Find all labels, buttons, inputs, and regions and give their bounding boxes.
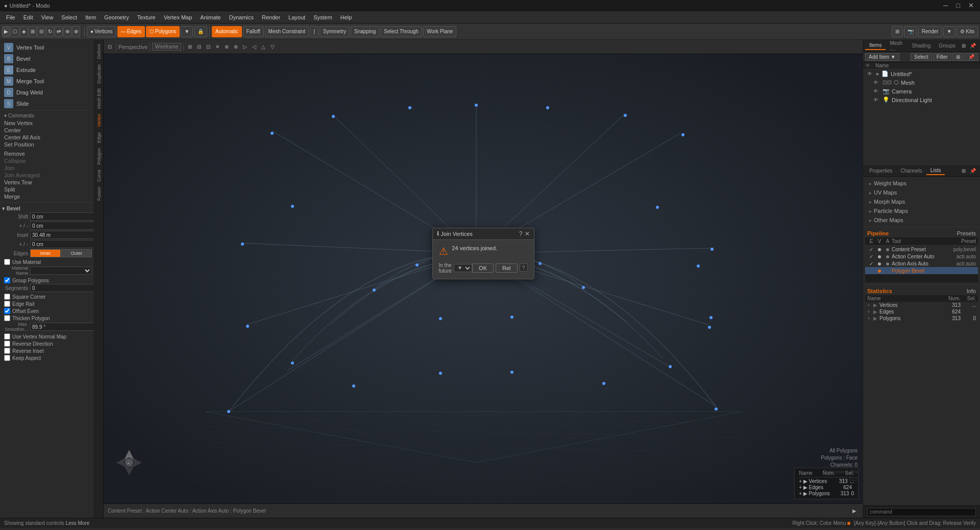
- rtop-pin-btn[interactable]: 📌: [968, 42, 978, 50]
- vp-nav-9[interactable]: △: [259, 43, 267, 51]
- reverse-direction-checkbox[interactable]: [4, 341, 10, 347]
- menu-layout[interactable]: Layout: [284, 13, 309, 21]
- toolbar-icon-2[interactable]: ⬡: [11, 26, 19, 37]
- menu-texture[interactable]: Texture: [133, 13, 160, 21]
- rtop-expand-btn[interactable]: ⊞: [960, 42, 968, 50]
- cmd-split[interactable]: Split: [2, 186, 92, 193]
- command-input[interactable]: [867, 508, 976, 516]
- titlebar-controls[interactable]: ─ □ ✕: [941, 2, 976, 9]
- rtab-lists[interactable]: Lists: [926, 166, 945, 175]
- vert-tab-deform[interactable]: Deform: [95, 42, 103, 61]
- menu-geometry[interactable]: Geometry: [100, 13, 133, 21]
- rmid-pin-btn[interactable]: 📌: [968, 167, 978, 175]
- menu-file[interactable]: File: [2, 13, 19, 21]
- scene-pin-btn[interactable]: 📌: [965, 53, 978, 61]
- rtab-groups[interactable]: Groups: [935, 42, 960, 50]
- menu-vertex-map[interactable]: Vertex Map: [160, 13, 197, 21]
- scene-item-untitled[interactable]: 👁 ▸ 📄 Untitled*: [863, 69, 980, 78]
- vert-tab-vertex[interactable]: Vertex: [95, 112, 103, 129]
- status-less-link[interactable]: Less: [66, 520, 77, 526]
- cmd-merge[interactable]: Merge: [2, 193, 92, 200]
- tool-bevel[interactable]: B Bevel: [2, 53, 92, 64]
- rtab-channels[interactable]: Channels: [897, 167, 926, 175]
- modal-undo-btn[interactable]: Rel: [496, 263, 518, 273]
- stats-row-edges[interactable]: + ▶ Edges 624: [865, 308, 978, 315]
- reverse-inset-checkbox[interactable]: [4, 348, 10, 354]
- scene-expand-btn[interactable]: ⊞: [952, 53, 964, 61]
- maximize-btn[interactable]: □: [954, 2, 962, 9]
- cmd-remove[interactable]: Remove: [2, 150, 92, 157]
- modal-future-select[interactable]: ▼: [454, 264, 472, 272]
- max-smoothing-input[interactable]: [30, 323, 94, 331]
- snapping-btn[interactable]: Snapping: [351, 26, 379, 37]
- segments-input[interactable]: [30, 284, 94, 292]
- map-particle[interactable]: ▸ Particle Maps: [865, 206, 978, 215]
- minimize-btn[interactable]: ─: [941, 2, 950, 9]
- tool-merge[interactable]: M Merge Tool: [2, 76, 92, 87]
- vp-nav-5[interactable]: ⊗: [223, 43, 231, 51]
- menu-help[interactable]: Help: [336, 13, 356, 21]
- toolbar-icon-7[interactable]: ⇄: [55, 26, 63, 37]
- toolbar-icon-4[interactable]: ⊞: [29, 26, 37, 37]
- rtab-mesh[interactable]: Mesh ....: [886, 39, 908, 53]
- rtab-properties[interactable]: Properties: [865, 167, 897, 175]
- rtab-shading[interactable]: Shading: [908, 42, 935, 50]
- add-item-btn[interactable]: Add Item ▼: [865, 53, 899, 61]
- vp-nav-4[interactable]: ✕: [213, 43, 222, 51]
- stats-row-vertices[interactable]: + ▶ Vertices 313 ...: [865, 302, 978, 308]
- toolbar-icon-9[interactable]: ⊗: [72, 26, 80, 37]
- mode-lock-btn[interactable]: 🔒: [194, 26, 207, 37]
- use-vertex-normal-checkbox[interactable]: [4, 333, 10, 340]
- vp-nav-10[interactable]: ▽: [268, 43, 277, 51]
- pipeline-row-4[interactable]: Polygon Bevel: [865, 267, 978, 274]
- mode-edges-btn[interactable]: — Edges: [117, 26, 145, 37]
- vp-bottom-expand-btn[interactable]: ▶: [850, 507, 859, 515]
- modal-help-btn[interactable]: ?: [519, 230, 523, 237]
- edge-rail-checkbox[interactable]: [4, 301, 10, 307]
- rtab-items[interactable]: Items: [865, 41, 886, 50]
- shift-pm-input[interactable]: [30, 222, 94, 230]
- rmid-expand-btn[interactable]: ⊞: [960, 167, 968, 175]
- scene-item-mesh[interactable]: 👁 ⊡⊡ ⬡ Mesh: [869, 78, 980, 87]
- thicken-polygon-checkbox[interactable]: [4, 315, 10, 321]
- menu-view[interactable]: View: [37, 13, 58, 21]
- tool-vertex-tool[interactable]: V Vertex Tool: [2, 42, 92, 53]
- vert-tab-edge[interactable]: Edge: [95, 130, 103, 145]
- edges-outer-btn[interactable]: Outer: [61, 249, 92, 257]
- scene-filter-btn[interactable]: Filter: [933, 53, 951, 61]
- mode-extra-btn[interactable]: ▼: [181, 26, 193, 37]
- view-icons-btn[interactable]: ⊞: [892, 26, 903, 37]
- offset-even-checkbox[interactable]: [4, 308, 10, 314]
- vert-tab-duplicate[interactable]: Duplicate: [95, 62, 103, 86]
- sep-btn[interactable]: |: [310, 26, 318, 37]
- vp-nav-2[interactable]: ⊟: [195, 43, 203, 51]
- status-more-link[interactable]: More: [78, 520, 90, 526]
- pipeline-row-2[interactable]: ✓ Action Center Auto actr.auto: [865, 253, 978, 260]
- map-morph[interactable]: ▸ Morph Maps: [865, 197, 978, 206]
- toolbar-icon-5[interactable]: ⊟: [37, 26, 45, 37]
- vert-tab-polygon[interactable]: Polygon: [95, 146, 103, 167]
- vp-nav-3[interactable]: ⊡: [204, 43, 212, 51]
- toolbar-icon-8[interactable]: ⊕: [63, 26, 71, 37]
- menu-render[interactable]: Render: [258, 13, 284, 21]
- menu-item[interactable]: Item: [81, 13, 100, 21]
- vert-tab-fusion[interactable]: Fusion: [95, 185, 103, 203]
- pipeline-row-3[interactable]: ✓ Action Axis Auto actr.auto: [865, 260, 978, 267]
- scene-item-light[interactable]: 👁 💡 Directional Light: [869, 95, 980, 104]
- vp-expand-btn[interactable]: ⊡: [106, 43, 114, 51]
- cmd-new-vertex[interactable]: New Vertex: [2, 119, 92, 127]
- stats-row-polygons[interactable]: + ▶ Polygons 313 0: [865, 315, 978, 322]
- kits-btn[interactable]: ⚙ Kits: [957, 26, 978, 37]
- cmd-vertex-tear[interactable]: Vertex Tear: [2, 179, 92, 186]
- cam-icon-btn[interactable]: 📷: [904, 26, 917, 37]
- cmd-center[interactable]: Center: [2, 127, 92, 134]
- vp-nav-1[interactable]: ⊞: [186, 43, 194, 51]
- menu-system[interactable]: System: [309, 13, 336, 21]
- shift-input[interactable]: [30, 212, 94, 221]
- work-plane-btn[interactable]: Work Plane: [423, 26, 457, 37]
- keep-aspect-checkbox[interactable]: [4, 355, 10, 361]
- close-btn[interactable]: ✕: [966, 2, 976, 9]
- vp-nav-8[interactable]: ◁: [250, 43, 258, 51]
- mesh-constraint-btn[interactable]: Mesh Constraint: [265, 26, 309, 37]
- tool-slide[interactable]: S Slide: [2, 98, 92, 109]
